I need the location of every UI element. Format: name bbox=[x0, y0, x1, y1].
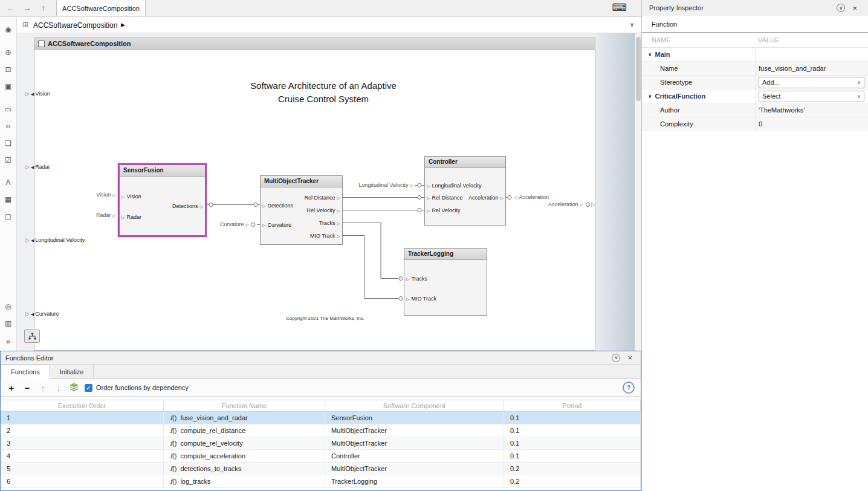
vertical-scrollbar[interactable] bbox=[635, 33, 641, 351]
remove-function-button[interactable]: − bbox=[22, 383, 32, 393]
component-sensorfusion[interactable]: SensorFusion ▷Vision ▷Radar Detections▷ bbox=[118, 163, 207, 237]
functions-editor-panel: Functions Editor ∨ × Functions Initializ… bbox=[0, 351, 641, 491]
forward-arrow-icon[interactable]: → bbox=[23, 3, 31, 13]
copyright-annotation: Copyright 2021 The MathWorks, Inc. bbox=[259, 316, 392, 321]
component-trackerlogging[interactable]: TrackerLogging ▷Tracks ▷MIO Track bbox=[404, 248, 487, 316]
port-tracks[interactable]: Tracks▷ bbox=[319, 219, 340, 227]
checkbox-annotation-icon[interactable]: ☑ bbox=[0, 156, 16, 164]
port-label: Radar bbox=[35, 164, 50, 170]
area-annotation-icon[interactable]: ▢ bbox=[0, 212, 16, 221]
checkbox-label: Order functions by dependency bbox=[96, 384, 189, 391]
tab-list-chevron-icon[interactable]: ∨ bbox=[630, 21, 634, 28]
output-port-acceleration[interactable]: ▷ bbox=[586, 200, 595, 209]
component-multiobjecttracker[interactable]: MultiObjectTracker ▷Detections ▷Curvatur… bbox=[260, 175, 343, 245]
screenshot-icon[interactable]: ◎ bbox=[0, 302, 16, 311]
update-diagram-button[interactable] bbox=[70, 383, 79, 392]
annotation-image-icon[interactable]: ▣ bbox=[0, 82, 16, 91]
port-detections[interactable]: Detections▷ bbox=[172, 202, 203, 210]
breadcrumb: ⊞ ACCSoftwareComposition ▶ ∨ bbox=[17, 17, 641, 33]
application-window: ← → ↑ ACCSoftwareComposition ⌨ ◉⊕⊡▣▭‹›❏☑… bbox=[0, 0, 868, 491]
port-arrow-icon: ▷ bbox=[25, 238, 30, 243]
functions-table-header: Execution Order Function Name Software C… bbox=[1, 400, 641, 412]
column-header-period[interactable]: Period bbox=[504, 400, 641, 411]
port-rel-distance[interactable]: ▷Rel Distance bbox=[427, 193, 462, 202]
port-radar[interactable]: ▷Radar bbox=[121, 213, 141, 221]
diagram-canvas[interactable]: ACCSoftwareComposition bbox=[17, 33, 635, 351]
section-main[interactable]: ∨Main bbox=[642, 48, 868, 62]
breadcrumb-arrow-icon[interactable]: ▶ bbox=[121, 22, 125, 28]
function-row[interactable]: 6f()log_tracksTrackerLogging0.2 bbox=[1, 475, 641, 488]
code-icon[interactable]: ‹› bbox=[0, 122, 16, 131]
breadcrumb-title[interactable]: ACCSoftwareComposition bbox=[33, 21, 117, 30]
execution-order-cell: 2 bbox=[1, 424, 164, 437]
hierarchy-icon bbox=[28, 333, 36, 340]
input-port-curvature[interactable]: ▷◀Curvature bbox=[25, 310, 59, 318]
port-acceleration[interactable]: Acceleration▷ bbox=[468, 193, 504, 202]
back-arrow-icon[interactable]: ← bbox=[6, 3, 15, 13]
move-down-button[interactable]: ↓ bbox=[54, 383, 63, 393]
hierarchy-badge-button[interactable] bbox=[24, 330, 40, 343]
document-tab-label: ACCSoftwareComposition bbox=[62, 5, 140, 12]
property-row-stereotype[interactable]: Stereotype Add... ∨ bbox=[642, 76, 868, 89]
output-port-label-acceleration: Acceleration▷ bbox=[528, 200, 583, 209]
help-icon[interactable]: ? bbox=[623, 382, 635, 394]
property-row-name[interactable]: Name fuse_vision_and_radar bbox=[642, 62, 868, 76]
port-mio-track[interactable]: ▷MIO Track bbox=[406, 294, 436, 303]
criticalfunction-dropdown[interactable]: Select ∨ bbox=[759, 91, 864, 102]
copy-view-icon[interactable]: ❏ bbox=[0, 139, 16, 148]
function-row[interactable]: 5f()detections_to_tracksMultiObjectTrack… bbox=[1, 463, 641, 475]
port-rel-velocity[interactable]: Rel Velocity▷ bbox=[307, 206, 340, 215]
function-row[interactable]: 1f()fuse_vision_and_radarSensorFusion0.1 bbox=[1, 412, 641, 424]
input-port-vision[interactable]: ▷◀Vision bbox=[25, 89, 50, 98]
port-rel-distance[interactable]: Rel Distance▷ bbox=[305, 193, 340, 202]
input-port-longitudinal-velocity[interactable]: ▷◀Longitudinal Velocity bbox=[25, 236, 85, 244]
function-row[interactable]: 3f()compute_rel_velocityMultiObjectTrack… bbox=[1, 437, 641, 450]
author-value-field[interactable]: 'TheMathworks' bbox=[755, 103, 868, 117]
port-detections[interactable]: ▷Detections bbox=[262, 201, 293, 210]
top-toolbar: ← → ↑ ACCSoftwareComposition ⌨ bbox=[0, 0, 641, 17]
fit-to-view-icon[interactable]: ⊡ bbox=[0, 65, 16, 74]
complexity-value-field[interactable]: 0 bbox=[755, 117, 868, 131]
property-row-complexity[interactable]: Complexity 0 bbox=[642, 117, 868, 131]
panel-collapse-icon[interactable]: ∨ bbox=[837, 4, 845, 12]
expand-toolbar-icon[interactable]: » bbox=[0, 337, 16, 346]
function-row[interactable]: 2f()compute_rel_distanceMultiObjectTrack… bbox=[1, 424, 641, 437]
add-function-button[interactable]: + bbox=[7, 383, 16, 393]
column-header-software-component[interactable]: Software Component bbox=[325, 400, 504, 411]
move-up-button[interactable]: ↑ bbox=[38, 383, 48, 393]
component-controller[interactable]: Controller ▷Longitudinal Velocity ▷Rel D… bbox=[424, 156, 506, 226]
port-mio-track[interactable]: MIO Track▷ bbox=[310, 232, 340, 240]
stereotype-dropdown[interactable]: Add... ∨ bbox=[759, 77, 864, 88]
tab-initialize[interactable]: Initialize bbox=[50, 365, 94, 379]
tab-functions[interactable]: Functions bbox=[1, 365, 50, 379]
function-row[interactable]: 4f()compute_accelerationController0.1 bbox=[1, 450, 641, 463]
column-header-function-name[interactable]: Function Name bbox=[164, 400, 325, 411]
functions-editor-titlebar: Functions Editor ∨ × bbox=[1, 351, 641, 365]
signal-label-longitudinal-velocity: Longitudinal Velocity▷ bbox=[348, 181, 413, 189]
document-tab[interactable]: ACCSoftwareComposition bbox=[56, 0, 146, 16]
port-curvature[interactable]: ▷Curvature bbox=[262, 221, 291, 229]
section-criticalfunction[interactable]: ∨CriticalFunction Select ∨ bbox=[642, 89, 868, 103]
clipboard-icon[interactable]: ▥ bbox=[0, 319, 16, 328]
column-header-execution-order[interactable]: Execution Order bbox=[1, 400, 164, 411]
panel-collapse-icon[interactable]: ∨ bbox=[612, 354, 620, 362]
order-by-dependency-checkbox[interactable]: ✓ Order functions by dependency bbox=[85, 384, 189, 392]
port-longitudinal-velocity[interactable]: ▷Longitudinal Velocity bbox=[427, 181, 481, 190]
scrollbar-thumb[interactable] bbox=[636, 37, 641, 101]
zoom-icon[interactable]: ⊕ bbox=[0, 48, 16, 57]
keyboard-icon[interactable]: ⌨ bbox=[612, 1, 627, 14]
image-icon[interactable]: ▦ bbox=[0, 195, 16, 204]
explore-icon[interactable]: ◉ bbox=[0, 25, 16, 34]
property-row-author[interactable]: Author 'TheMathworks' bbox=[642, 103, 868, 117]
name-value-field[interactable]: fuse_vision_and_radar bbox=[755, 62, 868, 75]
up-to-parent-icon[interactable]: ↑ bbox=[41, 3, 45, 13]
port-tracks[interactable]: ▷Tracks bbox=[406, 275, 427, 283]
input-port-radar[interactable]: ▷◀Radar bbox=[25, 163, 50, 171]
port-vision[interactable]: ▷Vision bbox=[121, 192, 141, 201]
text-annotation-icon[interactable]: A bbox=[0, 178, 16, 187]
panel-close-icon[interactable]: × bbox=[627, 353, 632, 362]
panel-close-icon[interactable]: × bbox=[852, 4, 857, 13]
viewport-icon[interactable]: ▭ bbox=[0, 105, 16, 114]
chevron-down-icon: ∨ bbox=[857, 94, 861, 99]
port-rel-velocity[interactable]: ▷Rel Velocity bbox=[427, 206, 460, 215]
